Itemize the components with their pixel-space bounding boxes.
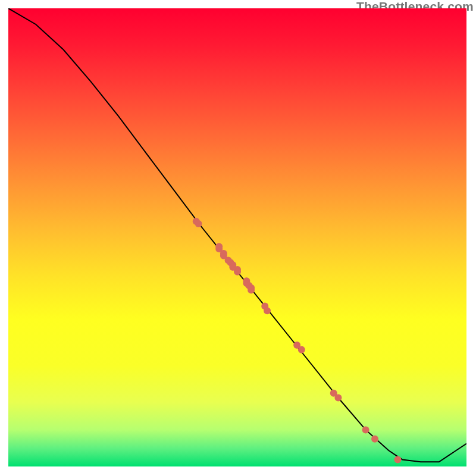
data-point [195, 220, 202, 227]
data-point [371, 436, 378, 443]
data-point [215, 243, 223, 250]
data-point [220, 250, 227, 257]
plot-area [8, 8, 466, 466]
data-point [248, 287, 255, 294]
chart-container: TheBottleneck.com [0, 0, 476, 476]
data-point [234, 268, 241, 275]
chart-svg [8, 8, 466, 466]
data-point [362, 426, 369, 433]
data-points-group [193, 218, 402, 463]
data-point [394, 456, 402, 463]
curve-line [8, 8, 466, 462]
data-point [334, 394, 342, 402]
data-point [298, 346, 305, 353]
data-point [264, 307, 271, 314]
